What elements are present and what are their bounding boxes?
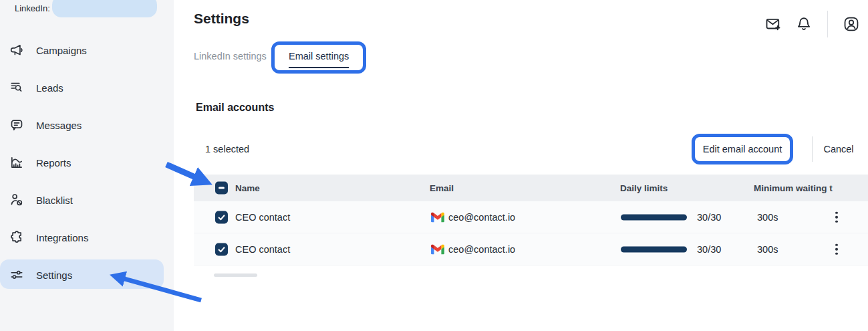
row-menu-kebab-icon[interactable] — [833, 209, 841, 225]
lead-search-icon — [9, 80, 24, 95]
app-window: LinkedIn: Campaigns Leads — [0, 0, 868, 331]
sidebar-item-label: Messages — [36, 120, 82, 131]
row-checkbox[interactable] — [215, 243, 228, 255]
daily-limit-value: 30/30 — [697, 244, 721, 255]
table-row: CEO contact ceo@contact.io 30/30 300s — [194, 233, 868, 265]
sidebar-item-label: Integrations — [36, 232, 88, 243]
row-menu-kebab-icon[interactable] — [833, 241, 841, 257]
daily-limit-progress — [621, 214, 687, 220]
gmail-icon — [431, 212, 444, 222]
notifications-bell-icon[interactable] — [795, 15, 813, 33]
header-divider — [827, 11, 828, 37]
account-name: CEO contact — [235, 212, 290, 223]
gmail-icon — [431, 244, 444, 254]
column-header-daily-limits[interactable]: Daily limits — [620, 183, 668, 193]
tab-linkedin-settings[interactable]: LinkedIn settings — [194, 51, 267, 62]
person-block-icon — [9, 193, 24, 207]
column-header-email[interactable]: Email — [430, 183, 454, 193]
daily-limit-progress — [621, 246, 687, 252]
tab-email-settings[interactable]: Email settings — [289, 51, 349, 68]
toolbar-divider — [812, 136, 813, 162]
sidebar-item-leads[interactable]: Leads — [0, 69, 174, 106]
sidebar: LinkedIn: Campaigns Leads — [0, 0, 174, 331]
row-checkbox[interactable] — [215, 211, 228, 223]
table-row: CEO contact ceo@contact.io 30/30 300s — [194, 201, 868, 233]
email-accounts-table: Name Email Daily limits Minimum waiting … — [194, 175, 868, 265]
sidebar-item-integrations[interactable]: Integrations — [0, 219, 174, 256]
main-content: Settings Linke — [174, 0, 868, 331]
sidebar-item-reports[interactable]: Reports — [0, 144, 174, 181]
account-email: ceo@contact.io — [448, 212, 515, 223]
sidebar-nav: Campaigns Leads Messages — [0, 31, 174, 294]
header-actions — [764, 11, 860, 37]
chat-bubble-icon — [9, 118, 24, 132]
account-name: CEO contact — [235, 244, 290, 255]
min-wait-value: 300s — [757, 212, 778, 223]
linkedin-account-label: LinkedIn: — [15, 3, 50, 13]
selected-count: 1 selected — [205, 144, 249, 154]
column-header-name[interactable]: Name — [235, 183, 260, 193]
sidebar-item-label: Settings — [36, 269, 72, 281]
edit-email-account-button[interactable]: Edit email account — [692, 134, 793, 164]
megaphone-icon — [9, 43, 24, 58]
page-title: Settings — [194, 11, 249, 27]
account-icon[interactable] — [843, 15, 860, 33]
sidebar-item-label: Leads — [36, 82, 63, 94]
compose-email-icon[interactable] — [764, 15, 782, 33]
sidebar-item-campaigns[interactable]: Campaigns — [0, 31, 174, 69]
sliders-icon — [9, 267, 24, 282]
table-header-row: Name Email Daily limits Minimum waiting … — [194, 175, 868, 201]
linkedin-account-pill[interactable] — [52, 0, 157, 17]
chart-icon — [9, 155, 24, 170]
puzzle-icon — [9, 230, 24, 245]
daily-limit-value: 30/30 — [697, 212, 721, 223]
select-all-checkbox[interactable] — [215, 182, 228, 195]
column-header-min-waiting[interactable]: Minimum waiting t — [754, 183, 833, 193]
section-title: Email accounts — [196, 102, 274, 114]
sidebar-item-settings[interactable]: Settings — [0, 256, 174, 294]
account-email: ceo@contact.io — [448, 244, 515, 255]
sidebar-item-label: Blacklist — [36, 195, 73, 206]
sidebar-item-label: Campaigns — [36, 45, 87, 56]
horizontal-scrollbar[interactable] — [214, 273, 257, 277]
sidebar-item-messages[interactable]: Messages — [0, 106, 174, 144]
cancel-button[interactable]: Cancel — [817, 134, 861, 164]
sidebar-item-label: Reports — [36, 157, 71, 169]
min-wait-value: 300s — [757, 244, 778, 255]
sidebar-item-blacklist[interactable]: Blacklist — [0, 181, 174, 219]
